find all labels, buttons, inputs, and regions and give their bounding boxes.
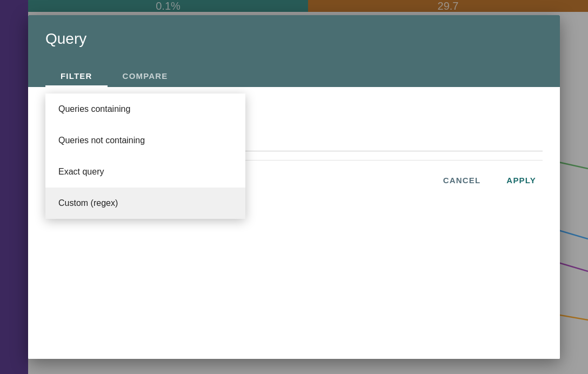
query-dialog: Query FILTER COMPARE Queries containing … <box>28 15 560 359</box>
dropdown-item-containing[interactable]: Queries containing <box>45 94 245 125</box>
apply-button[interactable]: APPLY <box>500 171 543 189</box>
dialog-body: Queries containing Queries not containin… <box>28 87 560 359</box>
tab-filter[interactable]: FILTER <box>45 65 108 87</box>
dropdown-item-exact[interactable]: Exact query <box>45 156 245 188</box>
tab-compare[interactable]: COMPARE <box>108 65 183 87</box>
dialog-title: Query <box>45 30 543 48</box>
dropdown-item-not-containing[interactable]: Queries not containing <box>45 125 245 156</box>
dialog-header: Query FILTER COMPARE <box>28 15 560 87</box>
cancel-button[interactable]: CANCEL <box>437 171 487 189</box>
select-row: Queries containing Queries not containin… <box>28 87 560 126</box>
dialog-tabs: FILTER COMPARE <box>45 65 543 87</box>
dropdown-item-custom[interactable]: Custom (regex) <box>45 188 245 219</box>
query-type-dropdown: Queries containing Queries not containin… <box>45 94 245 219</box>
